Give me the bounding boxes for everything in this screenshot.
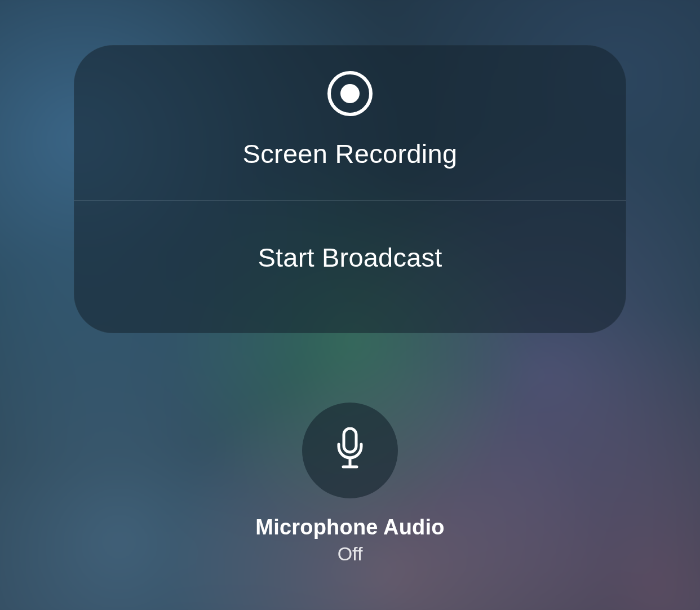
screen-recording-panel: Screen Recording Start Broadcast: [74, 45, 626, 333]
svg-rect-2: [344, 428, 356, 452]
start-broadcast-button[interactable]: Start Broadcast: [74, 201, 626, 333]
svg-point-1: [340, 84, 360, 103]
start-broadcast-label: Start Broadcast: [258, 242, 442, 273]
microphone-status: Off: [338, 543, 363, 565]
screen-recording-header[interactable]: Screen Recording: [74, 45, 626, 201]
control-center-expanded: Screen Recording Start Broadcast Microph…: [0, 0, 700, 610]
microphone-section: Microphone Audio Off: [255, 403, 444, 565]
microphone-icon: [334, 427, 366, 474]
microphone-label: Microphone Audio: [255, 515, 444, 540]
microphone-toggle-button[interactable]: [302, 403, 398, 498]
record-icon: [327, 70, 373, 117]
screen-recording-title: Screen Recording: [242, 138, 457, 169]
